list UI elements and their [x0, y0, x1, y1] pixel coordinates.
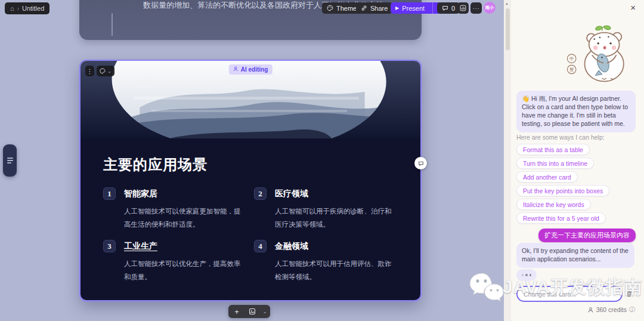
document-title[interactable]: Untitled — [22, 5, 44, 12]
drag-dots-icon: ⋮ — [87, 68, 93, 75]
wechat-logo-icon — [468, 270, 505, 304]
scrollbar-thumb[interactable] — [506, 8, 510, 50]
bear-mascot-illustration: 中 蟹 — [564, 24, 635, 84]
card-style-button[interactable]: ⌄ — [97, 66, 114, 76]
comment-bubble-icon — [442, 5, 448, 11]
suggestion-chip-add-card[interactable]: Add another card — [516, 171, 578, 183]
typing-indicator — [516, 269, 537, 281]
suggestion-chip-italicize[interactable]: Italicize the key words — [516, 199, 591, 210]
slide-card[interactable]: ⋮ ⌄ AI editing 主要的应用场景 1 智能家居 人工智能技术可以使家… — [79, 60, 422, 301]
item-number-badge: 1 — [103, 187, 116, 200]
palette-icon — [327, 5, 333, 11]
app-window: 数据量的增加、算法的不断优化以及各国政府对于人工智能产业的支持 ⌂ › Unti… — [0, 0, 644, 321]
analytics-button[interactable] — [457, 2, 469, 14]
more-options-button[interactable]: ··· — [470, 2, 482, 14]
item-number-badge: 4 — [254, 240, 267, 252]
slide-item-2[interactable]: 2 医疗领域 人工智能可以用于疾病的诊断、治疗和医疗决策等领域。 — [254, 187, 401, 232]
ai-editing-badge: AI editing — [229, 64, 273, 75]
close-icon[interactable]: × — [630, 2, 636, 13]
credits-row: 360 credits ⓘ — [587, 305, 635, 314]
item-number-badge: 3 — [103, 240, 116, 252]
user-avatar[interactable]: 雨小 — [484, 2, 496, 14]
chat-input[interactable] — [516, 286, 623, 302]
card-comment-button[interactable] — [414, 157, 427, 169]
item-body[interactable]: 人工智能可以用于疾病的诊断、治疗和医疗决策等领域。 — [275, 205, 397, 232]
item-number-badge: 2 — [254, 187, 267, 200]
share-label: Share — [370, 5, 388, 12]
user-chat-message: 扩充一下主要的应用场景内容 — [538, 229, 636, 242]
present-button[interactable]: ▶ Present ⌄ — [391, 2, 444, 14]
text-cursor-line — [112, 13, 113, 36]
suggestion-chip-key-points[interactable]: Put the key points into boxes — [516, 185, 609, 196]
present-label: Present — [402, 5, 425, 12]
item-title[interactable]: 医疗领域 — [275, 189, 308, 199]
outline-panel-handle[interactable] — [3, 144, 17, 177]
suggestion-chip-format-table[interactable]: Format this as a table — [516, 144, 590, 155]
add-card-button[interactable]: + — [228, 305, 245, 318]
slide-item-3[interactable]: 3 工业生产 人工智能技术可以优化生产，提高效率和质量。 — [103, 240, 250, 284]
item-title[interactable]: 工业生产 — [124, 241, 157, 252]
home-icon[interactable]: ⌂ — [10, 5, 14, 12]
chevron-down-icon: ⌄ — [107, 69, 112, 74]
link-icon — [361, 5, 367, 11]
chevron-right-icon: › — [17, 5, 19, 12]
ai-reply-message: Ok, I'll try expanding the content of th… — [516, 243, 634, 268]
breadcrumb[interactable]: ⌂ › Untitled — [5, 2, 49, 14]
scroll-up-arrow-icon[interactable]: ▲ — [505, 2, 509, 5]
add-card-dropdown[interactable]: ⌄ — [259, 305, 270, 318]
item-body[interactable]: 人工智能技术可以使家庭更加智能，提高生活的便利和舒适度。 — [124, 205, 246, 232]
suggestion-chip-timeline[interactable]: Turn this into a timeline — [516, 158, 594, 169]
slide-title[interactable]: 主要的应用场景 — [103, 155, 208, 174]
info-icon[interactable]: ⓘ — [629, 305, 635, 314]
slide-item-4[interactable]: 4 金融领域 人工智能技术可以用于信用评估、欺诈检测等领域。 — [254, 240, 401, 284]
canvas-scrollbar[interactable]: ▲ — [504, 0, 511, 321]
play-icon: ▶ — [395, 5, 399, 11]
card-template-button[interactable] — [245, 305, 259, 318]
bar-chart-icon — [460, 5, 466, 11]
comment-count: 0 — [451, 5, 455, 12]
item-title[interactable]: 智能家居 — [124, 189, 157, 199]
ai-editing-label: AI editing — [241, 66, 268, 73]
image-sparkle-icon — [249, 308, 256, 315]
ellipsis-icon: ··· — [473, 5, 480, 11]
item-body[interactable]: 人工智能技术可以优化生产，提高效率和质量。 — [124, 257, 246, 284]
slide-item-1[interactable]: 1 智能家居 人工智能技术可以使家庭更加智能，提高生活的便利和舒适度。 — [103, 187, 250, 232]
trash-icon[interactable] — [626, 289, 633, 300]
theme-label: Theme — [336, 5, 357, 12]
add-card-toolbar: + ⌄ — [228, 305, 270, 318]
help-intro-text: Here are some ways I can help: — [516, 134, 605, 141]
ai-sidebar: × — [511, 0, 644, 321]
ai-greeting-message: 👋 Hi 雨, I'm your AI design partner. Clic… — [516, 91, 636, 132]
comments-button[interactable]: 0 — [437, 2, 460, 14]
credits-label: 360 credits — [596, 306, 627, 313]
item-title[interactable]: 金融领域 — [275, 241, 308, 252]
list-lines-icon — [7, 158, 13, 163]
comment-bubble-icon — [418, 160, 424, 166]
svg-text:蟹: 蟹 — [569, 67, 574, 72]
card-palette-icon — [100, 66, 106, 76]
share-button[interactable]: Share — [356, 2, 392, 14]
suggestion-chip-rewrite[interactable]: Rewrite this for a 5 year old — [516, 212, 606, 224]
card-drag-handle[interactable]: ⋮ — [85, 66, 94, 76]
item-body[interactable]: 人工智能技术可以用于信用评估、欺诈检测等领域。 — [275, 257, 397, 284]
person-icon — [587, 307, 594, 313]
svg-text:中: 中 — [569, 56, 574, 61]
ai-pencil-icon — [233, 66, 239, 73]
chevron-down-icon: ⌄ — [263, 309, 267, 314]
